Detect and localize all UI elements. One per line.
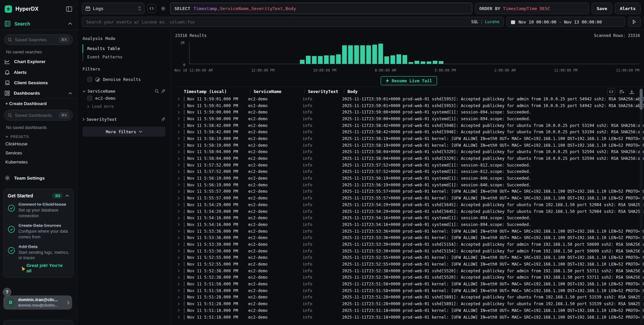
filter-value-ec2-demo[interactable]: ec2-demo [83, 94, 165, 103]
sidebar-item-alerts[interactable]: Alerts [0, 67, 77, 78]
expand-row-chevron-icon[interactable] [174, 263, 184, 266]
expand-row-chevron-icon[interactable] [174, 117, 184, 120]
table-row[interactable]: Nov 11 5:57:52.000 PM ec2-demo info 2025… [174, 162, 644, 169]
preset-clickhouse[interactable]: ClickHouse [0, 139, 77, 148]
resume-live-tail-button[interactable]: Resume Live Tail [381, 76, 437, 85]
chart-bar[interactable] [390, 55, 395, 64]
expand-row-chevron-icon[interactable] [174, 309, 184, 312]
expand-row-chevron-icon[interactable] [174, 283, 184, 286]
col-header-body[interactable]: Body [347, 89, 358, 94]
edit-source-icon[interactable] [147, 4, 156, 13]
table-row[interactable]: Nov 11 5:52:38.000 PM ec2-demo info 2025… [174, 268, 644, 274]
expand-row-chevron-icon[interactable] [174, 104, 184, 107]
col-header-servicename[interactable]: ServiceName [254, 89, 281, 94]
expand-row-chevron-icon[interactable] [174, 269, 184, 272]
table-row[interactable]: Nov 11 5:55:57.000 PM ec2-demo info 2025… [174, 195, 644, 201]
chart-bar[interactable] [312, 56, 317, 64]
expand-row-chevron-icon[interactable] [174, 150, 184, 153]
lang-lucene-option[interactable]: Lucene [485, 19, 499, 24]
query-language-toggle[interactable]: SQL | Lucene [471, 19, 499, 24]
expand-row-chevron-icon[interactable] [174, 137, 184, 140]
col-header-timestamp[interactable]: Timestamp (Local) [184, 89, 227, 94]
get-started-item[interactable]: Add Data Start sending logs, metrics, or… [8, 244, 69, 261]
table-row[interactable]: Nov 11 5:52:55.000 PM ec2-demo info 2025… [174, 261, 644, 268]
table-row[interactable]: Nov 11 5:57:52.000 PM ec2-demo info 2025… [174, 169, 644, 175]
table-row[interactable]: Nov 11 5:56:19.000 PM ec2-demo info 2025… [174, 182, 644, 188]
expand-row-chevron-icon[interactable] [174, 243, 184, 246]
source-select[interactable]: Logs [82, 3, 145, 14]
search-icon[interactable] [155, 89, 159, 93]
chart-bar[interactable] [427, 61, 431, 64]
table-row[interactable]: Nov 11 5:51:28.000 PM ec2-demo info 2025… [174, 300, 644, 307]
chart-bar[interactable] [324, 55, 329, 64]
preset-services[interactable]: Services [0, 148, 77, 157]
table-row[interactable]: Nov 11 5:53:30.000 PM ec2-demo info 2025… [174, 248, 644, 254]
saved-searches-input[interactable]: Saved Searches ⌘K [4, 34, 73, 45]
table-row[interactable]: Nov 11 5:51:58.000 PM ec2-demo info 2025… [174, 281, 644, 287]
expand-row-chevron-icon[interactable] [174, 197, 184, 200]
event-search-input[interactable]: Search your events w/ Lucene ex. column:… [82, 17, 504, 27]
expand-row-chevron-icon[interactable] [174, 203, 184, 206]
chart-bar[interactable] [372, 45, 377, 64]
table-row[interactable]: Nov 11 5:54:29.000 PM ec2-demo info 2025… [174, 201, 644, 208]
scrollbar-thumb[interactable] [640, 89, 643, 110]
expand-row-chevron-icon[interactable] [174, 124, 184, 127]
histogram-plot[interactable] [189, 43, 639, 64]
download-icon[interactable] [628, 88, 635, 95]
table-row[interactable]: Nov 11 5:53:30.000 PM ec2-demo info 2025… [174, 241, 644, 248]
chart-bar[interactable] [433, 61, 437, 64]
table-row[interactable]: Nov 11 5:59:00.000 PM ec2-demo info 2025… [174, 109, 644, 115]
table-row[interactable]: Nov 11 5:53:36.000 PM ec2-demo info 2025… [174, 228, 644, 235]
sidebar-item-chart-explorer[interactable]: Chart Explorer [0, 56, 77, 67]
load-more-button[interactable]: Load more [83, 103, 165, 110]
table-row[interactable]: Nov 11 5:58:42.000 PM ec2-demo info 2025… [174, 129, 644, 135]
chart-bar[interactable] [306, 56, 311, 64]
chart-bar[interactable] [409, 62, 413, 64]
table-row[interactable]: Nov 11 5:52:55.000 PM ec2-demo info 2025… [174, 254, 644, 261]
expand-row-chevron-icon[interactable] [174, 230, 184, 233]
table-row[interactable]: Nov 11 5:58:19.000 PM ec2-demo info 2025… [174, 135, 644, 142]
get-started-item[interactable]: Connect to ClickHouse Set up your databa… [8, 202, 69, 219]
expand-row-chevron-icon[interactable] [174, 303, 184, 306]
expand-row-chevron-icon[interactable] [174, 177, 184, 180]
pin-icon[interactable] [161, 89, 165, 93]
table-row[interactable]: Nov 11 5:59:00.000 PM ec2-demo info 2025… [174, 115, 644, 122]
expand-row-chevron-icon[interactable] [174, 97, 184, 100]
mode-event-patterns[interactable]: Event Patterns [83, 53, 165, 61]
table-row[interactable]: Nov 11 5:52:38.000 PM ec2-demo info 2025… [174, 274, 644, 281]
expand-row-chevron-icon[interactable] [174, 289, 184, 292]
chart-bar[interactable] [396, 54, 401, 64]
deploy-teaser-card[interactable]: Ready to deploy on [3, 320, 73, 325]
column-resize-handle[interactable]: ⋮ [248, 89, 252, 94]
mode-results-table[interactable]: Results Table [83, 44, 165, 53]
table-row[interactable]: Nov 11 5:54:16.000 PM ec2-demo info 2025… [174, 221, 644, 228]
date-range-picker[interactable]: Nov 10 00:00:00 - Nov 13 00:00:00 [506, 17, 625, 27]
chart-bar[interactable] [318, 56, 323, 64]
chart-bar[interactable] [378, 44, 383, 64]
table-row[interactable]: Nov 11 5:58:04.000 PM ec2-demo info 2025… [174, 149, 644, 155]
table-row[interactable]: Nov 11 5:51:18.000 PM ec2-demo info 2025… [174, 307, 644, 314]
expand-row-chevron-icon[interactable] [174, 316, 184, 319]
col-header-severitytext[interactable]: SeverityText [308, 89, 338, 94]
table-scrollbar[interactable] [640, 88, 643, 324]
chart-bar[interactable] [348, 45, 353, 64]
expand-row-chevron-icon[interactable] [174, 190, 184, 193]
sidebar-item-search[interactable]: Search [0, 17, 77, 30]
expand-row-chevron-icon[interactable] [174, 249, 184, 252]
table-row[interactable]: Nov 11 5:51:58.000 PM ec2-demo info 2025… [174, 287, 644, 294]
column-resize-handle[interactable]: ⋮ [342, 89, 345, 94]
expand-row-chevron-icon[interactable] [174, 276, 184, 279]
table-row[interactable]: Nov 11 5:59:01.000 PM ec2-demo info 2025… [174, 96, 644, 102]
expand-row-chevron-icon[interactable] [174, 170, 184, 173]
sidebar-item-client-sessions[interactable]: Client Sessions [0, 78, 77, 88]
order-by-input[interactable]: ORDER BY TimestampTime DESC [475, 3, 589, 14]
expand-row-chevron-icon[interactable] [174, 183, 184, 186]
table-row[interactable]: Nov 11 5:58:42.000 PM ec2-demo info 2025… [174, 122, 644, 129]
denoise-checkbox[interactable] [87, 77, 92, 82]
expand-row-chevron-icon[interactable] [174, 131, 184, 134]
pin-icon[interactable] [161, 117, 165, 122]
expand-row-chevron-icon[interactable] [174, 111, 184, 114]
sidebar-item-dashboards[interactable]: Dashboards [0, 88, 77, 98]
expand-row-chevron-icon[interactable] [174, 210, 184, 213]
filter-group-servicename[interactable]: ServiceName [83, 89, 165, 94]
